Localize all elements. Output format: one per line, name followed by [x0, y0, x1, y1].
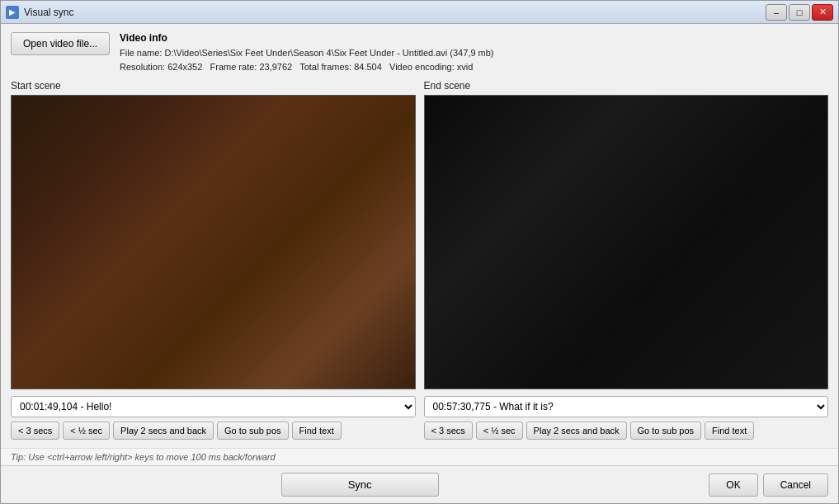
end-scene-label: End scene [424, 80, 829, 92]
ok-button[interactable]: OK [709, 473, 757, 497]
video-panels: Start scene ◀◀ 🔊 [11, 80, 828, 389]
end-scene-frame[interactable] [425, 96, 828, 389]
app-icon: ▶ [6, 6, 19, 19]
start-scene-frame[interactable] [12, 96, 415, 389]
cancel-button[interactable]: Cancel [763, 473, 828, 497]
start-halfsec-button[interactable]: < ½ sec [63, 422, 110, 440]
start-scene-panel: Start scene ◀◀ 🔊 [11, 80, 416, 389]
window-title: Visual sync [24, 7, 766, 18]
start-play2secs-button[interactable]: Play 2 secs and back [113, 422, 214, 440]
end-sub-buttons: < 3 secs < ½ sec Play 2 secs and back Go… [424, 422, 829, 440]
end-play2secs-button[interactable]: Play 2 secs and back [526, 422, 627, 440]
start-sub-buttons: < 3 secs < ½ sec Play 2 secs and back Go… [11, 422, 416, 440]
open-video-button[interactable]: Open video file... [11, 32, 110, 55]
file-name-info: File name: D:\Video\Series\Six Feet Unde… [120, 46, 828, 60]
encoding-info: Video encoding: xvid [389, 62, 473, 72]
maximize-button[interactable]: □ [789, 4, 810, 21]
subtitle-controls: 00:01:49,104 - Hello! < 3 secs < ½ sec P… [11, 396, 828, 440]
main-content: Open video file... Video info File name:… [1, 24, 838, 448]
end-goto-button[interactable]: Go to sub pos [630, 422, 702, 440]
end-scene-panel: End scene ◀◀ 🔊 [424, 80, 829, 389]
title-controls: – □ ✕ [766, 4, 833, 21]
start-scene-video: ◀◀ 🔊 ▶▶ 00:01:41,211 / 00:5 [11, 95, 416, 389]
start-3secs-button[interactable]: < 3 secs [11, 422, 59, 440]
start-player-controls: ◀◀ 🔊 ▶▶ 00:01:41,211 / 00:5 [12, 389, 415, 389]
total-frames-info: Total frames: 84.504 [299, 62, 382, 72]
video-details-info: Resolution: 624x352 Frame rate: 23,9762 … [120, 60, 828, 74]
tip-text: Tip: Use <ctrl+arrow left/right> keys to… [11, 452, 276, 462]
start-goto-button[interactable]: Go to sub pos [217, 422, 289, 440]
main-window: ▶ Visual sync – □ ✕ Open video file... V… [0, 0, 839, 504]
frame-rate-info: Frame rate: 23,9762 [210, 62, 293, 72]
end-player-controls: ◀◀ 🔊 ▶▶ 00:57:21,200 / 00:5 [425, 389, 828, 389]
end-scene-video: ◀◀ 🔊 ▶▶ 00:57:21,200 / 00:5 [424, 95, 829, 389]
video-info-title: Video info [120, 32, 828, 44]
end-sub-panel: 00:57:30,775 - What if it is? < 3 secs <… [424, 396, 829, 440]
end-find-button[interactable]: Find text [705, 422, 754, 440]
video-info: Video info File name: D:\Video\Series\Si… [120, 32, 828, 73]
start-scene-label: Start scene [11, 80, 416, 92]
end-halfsec-button[interactable]: < ½ sec [476, 422, 523, 440]
minimize-button[interactable]: – [766, 4, 787, 21]
end-subtitle-dropdown[interactable]: 00:57:30,775 - What if it is? [424, 396, 829, 417]
title-bar: ▶ Visual sync – □ ✕ [1, 1, 838, 24]
start-sub-panel: 00:01:49,104 - Hello! < 3 secs < ½ sec P… [11, 396, 416, 440]
action-bar: Sync OK Cancel [1, 465, 838, 503]
top-section: Open video file... Video info File name:… [11, 32, 828, 73]
ok-cancel-buttons: OK Cancel [709, 473, 828, 497]
start-subtitle-dropdown[interactable]: 00:01:49,104 - Hello! [11, 396, 416, 417]
close-button[interactable]: ✕ [812, 4, 833, 21]
end-3secs-button[interactable]: < 3 secs [424, 422, 473, 440]
sync-button[interactable]: Sync [281, 473, 439, 497]
tip-bar: Tip: Use <ctrl+arrow left/right> keys to… [1, 448, 838, 465]
resolution-info: Resolution: 624x352 [120, 62, 202, 72]
start-find-button[interactable]: Find text [292, 422, 342, 440]
